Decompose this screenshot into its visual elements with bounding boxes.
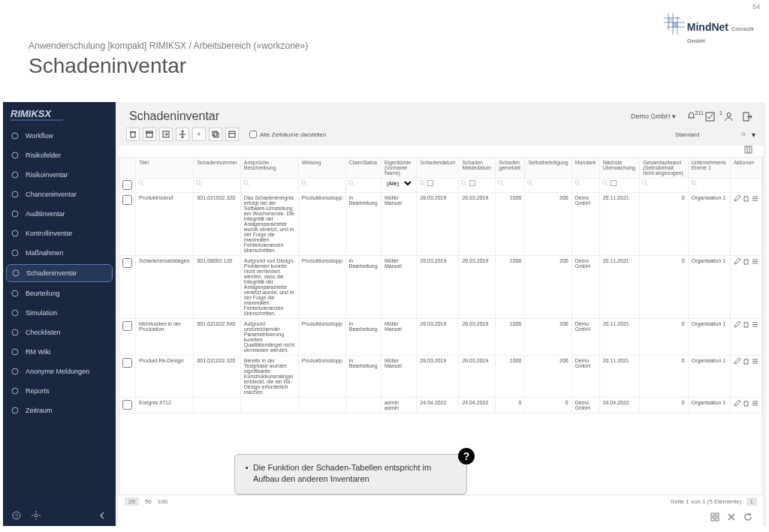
sidebar-item-anonymemeldungen[interactable]: Anonyme Meldungen: [3, 362, 116, 381]
filter-cell[interactable]: [194, 179, 240, 193]
menu-icon[interactable]: [752, 358, 758, 365]
sidebar-item-manahmen[interactable]: Maßnahmen: [3, 243, 116, 263]
calendar-icon[interactable]: [469, 180, 475, 186]
menu-icon[interactable]: [752, 321, 758, 328]
column-header[interactable]: Wirkung: [298, 158, 345, 179]
add-button[interactable]: +: [192, 128, 206, 141]
row-checkbox[interactable]: [122, 195, 132, 205]
edit-icon[interactable]: [734, 258, 740, 265]
sidebar-item-workflow[interactable]: Workflow: [3, 126, 116, 146]
page-size-option[interactable]: 100: [158, 498, 167, 505]
filter-cell[interactable]: [496, 179, 525, 193]
row-checkbox[interactable]: [122, 321, 132, 331]
column-header[interactable]: Schadennummer: [194, 158, 240, 179]
bell-icon[interactable]: 211: [686, 112, 696, 122]
calendar-icon[interactable]: [611, 180, 617, 186]
collapse-sidebar-icon[interactable]: [98, 511, 107, 520]
table-row[interactable]: Ereignis #712admin admin24.04.202224.04.…: [119, 398, 762, 413]
column-header[interactable]: ClaimStatus: [345, 158, 381, 179]
sidebar-item-checklisten[interactable]: Checklisten: [3, 323, 116, 342]
filter-cell[interactable]: [345, 179, 381, 193]
view-selector[interactable]: Standard: [668, 130, 735, 140]
table-row[interactable]: Produktrückruf001.021022.320Das Schadene…: [119, 193, 762, 256]
delete-icon[interactable]: [743, 258, 749, 265]
export-button[interactable]: [159, 128, 173, 141]
menu-icon[interactable]: [752, 258, 758, 265]
sidebar-item-simulation[interactable]: Simulation: [3, 303, 116, 323]
delete-icon[interactable]: [743, 400, 749, 407]
sidebar-item-chanceninventar[interactable]: Chanceninventar: [3, 185, 116, 204]
edit-icon[interactable]: [734, 195, 740, 202]
filter-cell[interactable]: [136, 179, 194, 193]
filter-cell[interactable]: [298, 179, 345, 193]
row-checkbox[interactable]: [122, 400, 132, 410]
filter-cell[interactable]: [417, 179, 459, 193]
filter-cell[interactable]: [599, 179, 639, 193]
column-header[interactable]: Selbstbeteiligung: [525, 158, 571, 179]
filter-cell[interactable]: [240, 179, 298, 193]
column-header[interactable]: Mandant: [571, 158, 599, 179]
calendar-icon[interactable]: [427, 180, 433, 186]
sidebar-item-schadeninventar[interactable]: Schadeninventar: [6, 264, 113, 282]
filter-cell[interactable]: [119, 179, 136, 193]
delete-icon[interactable]: [743, 321, 749, 328]
delete-icon[interactable]: [743, 358, 749, 365]
owner-filter[interactable]: (Alle): [384, 180, 414, 187]
column-header[interactable]: Ansprüche Beschreibung: [240, 158, 298, 179]
menu-icon[interactable]: [752, 400, 758, 407]
edit-icon[interactable]: [734, 321, 740, 328]
column-header[interactable]: Nächste Überwachung: [599, 158, 639, 179]
tasks-icon[interactable]: 1: [705, 112, 715, 122]
column-header[interactable]: Eigentümer (Vorname Name): [381, 158, 416, 179]
filter-cell[interactable]: (Alle): [381, 179, 416, 193]
column-header[interactable]: Schadendatum: [417, 158, 459, 179]
column-header[interactable]: Schaden gemeldet: [496, 158, 525, 179]
page-size-option[interactable]: 50: [145, 498, 152, 505]
close-icon[interactable]: [727, 512, 736, 521]
filter-cell[interactable]: [688, 179, 730, 193]
column-header[interactable]: Schaden Meldedatum: [459, 158, 496, 179]
edit-icon[interactable]: [734, 358, 740, 365]
grid-view-icon[interactable]: [710, 512, 719, 521]
pager-page[interactable]: 1: [746, 497, 757, 506]
table-row[interactable]: Schadenersatzklagen001.08002.120Aufgrund…: [119, 256, 762, 319]
refresh-icon[interactable]: [743, 512, 752, 521]
sidebar-item-risikofelder[interactable]: Risikofelder: [3, 146, 116, 165]
column-header[interactable]: Gesamtaufwand (Selbstbehalt nicht abgezo…: [640, 158, 689, 179]
user-icon[interactable]: [724, 112, 734, 122]
logout-icon[interactable]: [743, 112, 752, 122]
table-row[interactable]: Produkt-Re-Design001.021022.320Bereits i…: [119, 356, 762, 398]
filter-cell[interactable]: [640, 179, 689, 193]
filter-cell[interactable]: [730, 179, 761, 193]
filter-cell[interactable]: [459, 179, 496, 193]
column-header[interactable]: Aktionen: [730, 158, 761, 179]
move-button[interactable]: [176, 128, 189, 141]
sidebar-item-kontrollinventar[interactable]: Kontrollinventar: [3, 224, 116, 243]
sidebar-item-risikoinventar[interactable]: Risikoinventar: [3, 165, 116, 185]
edit-icon[interactable]: [734, 400, 740, 407]
column-chooser-icon[interactable]: [744, 146, 752, 154]
sidebar-item-zeitraum[interactable]: Zeitraum: [3, 401, 116, 420]
view-settings-icon[interactable]: [740, 131, 747, 138]
column-header[interactable]: [119, 158, 136, 179]
clone-button[interactable]: [225, 128, 239, 141]
column-header[interactable]: Titel: [136, 158, 194, 179]
table-row[interactable]: Mehrkosten in der Produktion001.021022.5…: [119, 319, 762, 356]
filter-cell[interactable]: [525, 179, 571, 193]
copy-button[interactable]: [209, 128, 222, 141]
row-checkbox[interactable]: [122, 258, 132, 268]
tenant-selector[interactable]: Demo GmbH ▾: [631, 113, 676, 120]
column-header[interactable]: Unternehmens Ebene 1: [688, 158, 730, 179]
menu-icon[interactable]: [752, 195, 758, 202]
delete-button[interactable]: [126, 128, 140, 141]
sidebar-item-reports[interactable]: Reports: [3, 381, 116, 401]
settings-icon[interactable]: [32, 511, 41, 520]
show-all-periods-checkbox[interactable]: Alle Zeiträume darstellen: [249, 131, 326, 138]
help-icon[interactable]: ?: [12, 511, 21, 520]
sidebar-item-auditinventar[interactable]: Auditinventar: [3, 204, 116, 224]
sidebar-item-rmwiki[interactable]: RM Wiki: [3, 342, 116, 362]
sidebar-item-beurteilung[interactable]: Beurteilung: [3, 284, 116, 303]
row-checkbox[interactable]: [122, 358, 132, 368]
filter-cell[interactable]: [571, 179, 599, 193]
view-dropdown-icon[interactable]: ▾: [752, 131, 755, 139]
